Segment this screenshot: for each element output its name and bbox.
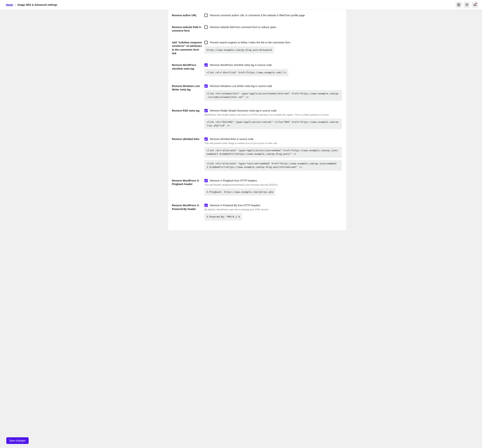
checkbox-label: Remove X-Powered-By from HTTP headers [210, 204, 260, 207]
checkbox-label: Prevent search engines to follow / index… [210, 41, 290, 44]
grid-icon-button[interactable] [455, 1, 462, 8]
breadcrumb-home-link[interactable]: Home [6, 3, 13, 6]
code-block: <link rel="wlwmanifest" type="applicatio… [204, 90, 342, 101]
topbar-actions [455, 1, 478, 8]
row-label: Remove oEmbed links [172, 137, 202, 171]
checkbox-label: Remove comment author URL in comments if… [210, 14, 305, 17]
row-xpingback: Remove WordPress X-Pingback header Remov… [168, 175, 346, 200]
row-nofollow: Add "nofollow noopener noreferrer" rel a… [168, 37, 346, 59]
checkbox-label: Remove Really Simple Discovery meta tag … [210, 109, 276, 112]
code-block: <link rel="alternate" type="application/… [204, 147, 342, 158]
code-block: X-Pingback: https://www.example.com/xmlr… [204, 188, 275, 196]
row-xpowered: Remove WordPress X-Powered-By header Rem… [168, 200, 346, 225]
code-block: https://www.example.com/my-blog-post/#re… [204, 46, 274, 54]
checkbox-label: Remove website field from comment form t… [210, 26, 276, 29]
checkbox-label: Remove Windows Live Writer meta tag in s… [210, 85, 272, 87]
row-oembed: Remove oEmbed links Remove oEmbed links … [168, 133, 346, 175]
checkbox-nofollow[interactable] [204, 41, 208, 44]
checkbox-label: Remove oEmbed links in source code [210, 138, 253, 141]
row-label: Remove WordPress shortlink meta tag [172, 63, 202, 76]
breadcrumb-current: Image SEO & Advanced settings [17, 3, 57, 6]
checkbox-wlw[interactable] [204, 84, 208, 88]
notification-dot [476, 3, 477, 4]
row-label: Remove website field in comment form [172, 25, 202, 33]
code-block: <link rel="shortlink" href="https://www.… [204, 69, 288, 76]
row-label: Remove WordPress X-Powered-By header [172, 204, 202, 220]
checkbox-rsd[interactable] [204, 109, 208, 112]
settings-panel: Remove author URL Remove comment author … [168, 10, 346, 230]
row-label: Add "nofollow noopener noreferrer" rel a… [172, 41, 202, 55]
checkbox-label: Remove WordPress shortlink meta tag in s… [210, 63, 272, 66]
row-rsd: Remove RSD meta tag Remove Really Simple… [168, 105, 346, 133]
checkbox-xpingback[interactable] [204, 179, 208, 182]
checkbox-author-url[interactable] [204, 14, 208, 17]
row-wlw: Remove Windows Live Writer meta tag Remo… [168, 80, 346, 105]
checkbox-shortlink[interactable] [204, 63, 208, 67]
checkbox-oembed[interactable] [204, 137, 208, 141]
row-shortlink: Remove WordPress shortlink meta tag Remo… [168, 59, 346, 80]
code-block: <link rel="alternate" type="text/xml+oem… [204, 160, 342, 171]
row-website-field: Remove website field in comment form Rem… [168, 21, 346, 37]
checkbox-label: Remove X-Pingback from HTTP headers [210, 179, 257, 182]
helper-text: This will disable pingbacks/trackbacks a… [204, 183, 342, 186]
topbar: Home / Image SEO & Advanced settings [0, 0, 482, 10]
row-author-url: Remove author URL Remove comment author … [168, 10, 346, 21]
helper-text: By default, WordPress uses this to displ… [204, 208, 342, 211]
checkbox-website-field[interactable] [204, 25, 208, 29]
breadcrumb-separator: / [15, 3, 16, 6]
helper-text: This will prevent other blogs to embed o… [204, 142, 342, 145]
notifications-icon-button[interactable] [472, 1, 478, 8]
code-block: X-Powered-By: PHP/8.1.9 [204, 213, 242, 220]
breadcrumb: Home / Image SEO & Advanced settings [6, 3, 57, 6]
row-label: Remove Windows Live Writer meta tag [172, 84, 202, 101]
help-icon-button[interactable] [464, 1, 470, 8]
row-label: Remove RSD meta tag [172, 109, 202, 129]
row-label: Remove WordPress X-Pingback header [172, 179, 202, 196]
code-block: <link rel="EditURI" type="application/rs… [204, 118, 342, 129]
help-icon [465, 3, 468, 7]
checkbox-xpowered[interactable] [204, 204, 208, 207]
helper-text: WordPress Site Health feature will retur… [204, 113, 342, 116]
row-label: Remove author URL [172, 14, 202, 17]
grid-icon [457, 3, 460, 7]
